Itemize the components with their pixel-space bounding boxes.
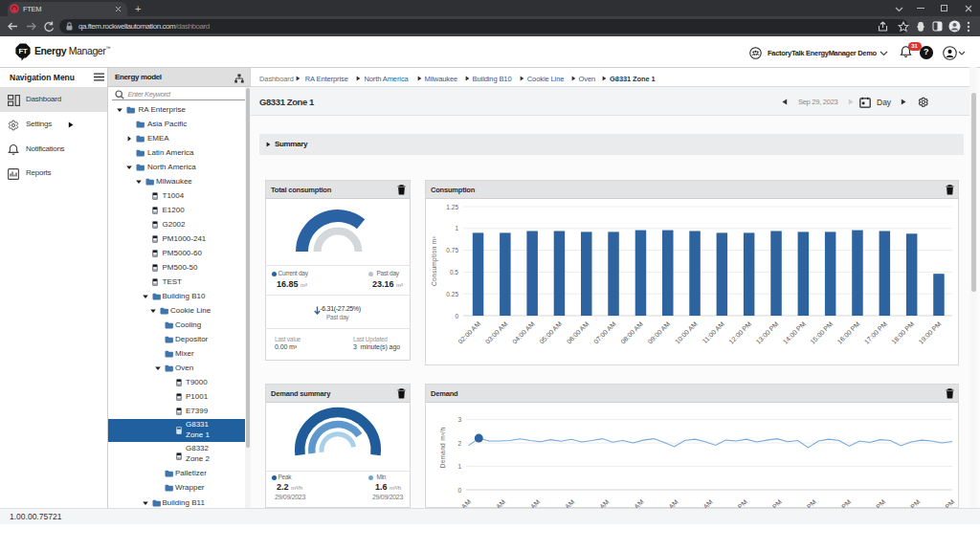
svg-text:08:00 PM: 08:00 PM: [896, 498, 921, 508]
svg-text:FT: FT: [18, 47, 28, 55]
svg-text:Consumption m³: Consumption m³: [431, 236, 438, 286]
svg-text:05:00 AM: 05:00 AM: [551, 498, 576, 508]
svg-text:08:00 AM: 08:00 AM: [620, 498, 645, 508]
svg-text:19:00 PM: 19:00 PM: [917, 320, 942, 345]
svg-text:09:00 AM: 09:00 AM: [647, 320, 672, 345]
svg-text:1: 1: [457, 463, 461, 470]
svg-text:Demand m³/h: Demand m³/h: [439, 428, 446, 469]
svg-text:0.25: 0.25: [446, 291, 458, 298]
svg-text:03:00 AM: 03:00 AM: [484, 320, 509, 345]
svg-text:17:00 PM: 17:00 PM: [863, 320, 888, 345]
svg-text:0.75: 0.75: [446, 247, 458, 253]
svg-text:0: 0: [455, 313, 458, 320]
svg-text:02:00 AM: 02:00 AM: [481, 498, 506, 508]
svg-text:06:30 AM: 06:30 AM: [586, 498, 611, 508]
svg-text:07:00 AM: 07:00 AM: [592, 320, 617, 345]
svg-text:12:00 PM: 12:00 PM: [727, 320, 752, 345]
svg-text:0.5: 0.5: [450, 269, 458, 276]
svg-text:11:00 AM: 11:00 AM: [702, 320, 726, 345]
svg-text:02:00 PM: 02:00 PM: [758, 498, 783, 508]
svg-text:14:00 PM: 14:00 PM: [782, 320, 807, 345]
svg-text:18:00 PM: 18:00 PM: [890, 320, 915, 345]
svg-text:08:00 AM: 08:00 AM: [619, 320, 644, 345]
svg-text:3: 3: [457, 416, 461, 423]
svg-text:0: 0: [457, 487, 461, 494]
svg-text:02:00 AM: 02:00 AM: [457, 320, 481, 345]
svg-text:05:00 AM: 05:00 AM: [538, 320, 563, 345]
svg-text:06:00 AM: 06:00 AM: [566, 320, 590, 345]
svg-text:09:30 PM: 09:30 PM: [930, 498, 955, 508]
svg-text:1: 1: [455, 225, 458, 231]
svg-text:10:00 AM: 10:00 AM: [674, 320, 699, 345]
svg-text:09:30 AM: 09:30 AM: [655, 498, 679, 508]
svg-text:15:00 PM: 15:00 PM: [809, 320, 834, 345]
svg-text:03:30 AM: 03:30 AM: [517, 498, 542, 508]
svg-text:05:00 PM: 05:00 PM: [827, 498, 852, 508]
svg-text:04:00 AM: 04:00 AM: [511, 320, 536, 345]
svg-text:03:30 PM: 03:30 PM: [792, 498, 817, 508]
svg-text:11:00 AM: 11:00 AM: [689, 498, 714, 508]
svg-text:13:00 PM: 13:00 PM: [755, 320, 780, 345]
svg-text:16:00 PM: 16:00 PM: [836, 320, 861, 345]
svg-text:1.25: 1.25: [446, 204, 458, 210]
svg-text:12:30 AM: 12:30 AM: [447, 498, 472, 508]
svg-text:06:30 PM: 06:30 PM: [861, 498, 886, 508]
svg-text:2: 2: [457, 440, 461, 447]
svg-text:12:30 PM: 12:30 PM: [724, 498, 748, 508]
